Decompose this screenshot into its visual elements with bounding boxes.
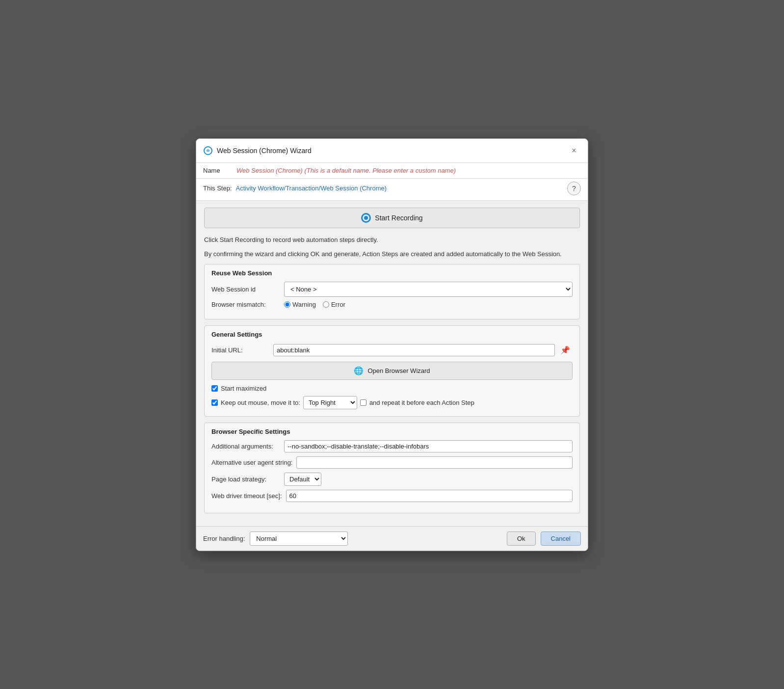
initial-url-input[interactable] (273, 344, 555, 356)
warning-radio[interactable] (284, 301, 290, 308)
additional-args-input[interactable] (284, 440, 573, 452)
error-label: Error (331, 301, 345, 308)
error-radio-label[interactable]: Error (323, 301, 345, 308)
browser-mismatch-options: Warning Error (284, 301, 345, 308)
browser-specific-settings-section: Browser Specific Settings Additional arg… (204, 423, 580, 513)
warning-label: Warning (292, 301, 316, 308)
error-handling-select[interactable]: Normal Ignore Stop (250, 531, 348, 546)
help-button[interactable]: ? (567, 182, 581, 195)
web-driver-timeout-label: Web driver timeout [sec]: (211, 492, 282, 500)
general-settings-section: General Settings Initial URL: 📌 🌐 Open B… (204, 325, 580, 417)
browser-mismatch-label: Browser mismatch: (211, 301, 280, 308)
name-value: Web Session (Chrome) (This is a default … (236, 167, 581, 174)
web-driver-timeout-row: Web driver timeout [sec]: (211, 490, 573, 502)
record-icon (361, 213, 371, 223)
name-label: Name (203, 167, 233, 174)
step-label: This Step: (203, 185, 232, 192)
web-driver-timeout-input[interactable] (286, 490, 573, 502)
reuse-section-title: Reuse Web Session (211, 269, 573, 277)
initial-url-label: Initial URL: (211, 346, 270, 354)
repeat-before-each-checkbox[interactable] (360, 399, 366, 406)
additional-args-label: Additional arguments: (211, 443, 280, 450)
warning-radio-label[interactable]: Warning (284, 301, 316, 308)
general-settings-title: General Settings (211, 331, 573, 338)
reuse-web-session-section: Reuse Web Session Web Session id < None … (204, 264, 580, 319)
start-maximized-label: Start maximized (221, 385, 266, 392)
wizard-icon (203, 146, 213, 156)
page-load-strategy-select[interactable]: Default Normal Eager None (284, 473, 321, 486)
dialog-title: Web Session (Chrome) Wizard (217, 147, 563, 155)
keep-out-mouse-checkbox[interactable] (211, 399, 218, 406)
additional-args-row: Additional arguments: (211, 440, 573, 452)
name-row: Name Web Session (Chrome) (This is a def… (196, 163, 588, 179)
browser-settings-title: Browser Specific Settings (211, 428, 573, 435)
error-handling-label: Error handling: (203, 535, 245, 542)
start-recording-label: Start Recording (375, 214, 422, 222)
error-radio[interactable] (323, 301, 329, 308)
keep-out-mouse-row: Keep out mouse, move it to: Top Right To… (211, 396, 573, 409)
page-load-strategy-row: Page load strategy: Default Normal Eager… (211, 473, 573, 486)
initial-url-row: Initial URL: 📌 (211, 343, 573, 358)
browser-mismatch-row: Browser mismatch: Warning Error (211, 301, 573, 308)
alt-user-agent-input[interactable] (296, 456, 573, 469)
web-session-wizard-dialog: Web Session (Chrome) Wizard × Name Web S… (196, 138, 588, 551)
keep-out-mouse-label: Keep out mouse, move it to: (221, 399, 300, 406)
start-maximized-checkbox[interactable] (211, 385, 218, 392)
repeat-label: and repeat it before each Action Step (369, 399, 474, 406)
ok-button[interactable]: Ok (507, 531, 536, 546)
pin-button[interactable]: 📌 (558, 343, 573, 358)
open-browser-wizard-button[interactable]: 🌐 Open Browser Wizard (211, 362, 573, 380)
mouse-position-select[interactable]: Top Right Top Left Bottom Right Bottom L… (303, 396, 357, 409)
alt-user-agent-row: Alternative user agent string: (211, 456, 573, 469)
alt-user-agent-label: Alternative user agent string: (211, 459, 292, 466)
step-link[interactable]: Activity Workflow/Transaction/Web Sessio… (236, 185, 563, 192)
description-1: Click Start Recording to record web auto… (204, 235, 580, 245)
page-load-strategy-label: Page load strategy: (211, 476, 280, 483)
start-maximized-row: Start maximized (211, 385, 573, 392)
cancel-button[interactable]: Cancel (541, 531, 581, 546)
description-2: By confirming the wizard and clicking OK… (204, 249, 580, 259)
web-session-id-label: Web Session id (211, 286, 280, 293)
content-area: Start Recording Click Start Recording to… (196, 201, 588, 526)
close-button[interactable]: × (567, 144, 581, 158)
web-session-id-row: Web Session id < None > (211, 282, 573, 297)
open-browser-label: Open Browser Wizard (367, 367, 430, 374)
footer: Error handling: Normal Ignore Stop Ok Ca… (196, 526, 588, 551)
title-bar: Web Session (Chrome) Wizard × (196, 139, 588, 163)
web-session-id-select[interactable]: < None > (284, 282, 573, 297)
step-row: This Step: Activity Workflow/Transaction… (196, 179, 588, 201)
globe-icon: 🌐 (354, 366, 364, 375)
start-recording-button[interactable]: Start Recording (204, 208, 580, 228)
